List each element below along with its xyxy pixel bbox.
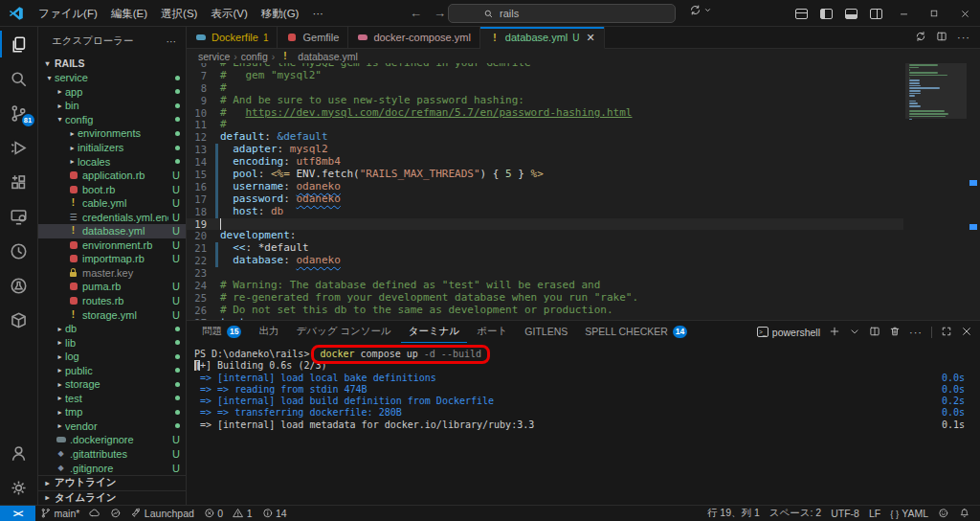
tree-item[interactable]: ▸tmp (38, 405, 186, 419)
command-center-search[interactable]: rails (448, 4, 676, 23)
tab-Dockerfile[interactable]: Dockerfile1 (187, 27, 278, 49)
code-line[interactable]: 7# gem "mysql2" (187, 70, 903, 82)
git-branch-status[interactable]: main* (35, 506, 84, 521)
section-タイムライン[interactable]: ▸タイムライン (38, 490, 186, 506)
extensions-icon[interactable] (0, 165, 38, 199)
tree-item[interactable]: ◆.gitattributesU (38, 447, 186, 462)
kill-terminal-icon[interactable] (889, 326, 901, 339)
breadcrumb-segment[interactable]: config (241, 51, 268, 62)
info-count[interactable]: 14 (257, 506, 292, 521)
close-panel-icon[interactable] (961, 326, 972, 339)
maximize-button[interactable] (919, 0, 949, 27)
tree-item[interactable]: ▸test (38, 392, 186, 406)
warning-count[interactable]: 1 (228, 506, 256, 521)
toggle-sidebar-icon[interactable] (813, 3, 838, 24)
editor-pane[interactable]: 6# Ensure the MySQL gem is defined in yo… (187, 63, 980, 320)
tree-item[interactable]: ▾service (38, 71, 186, 85)
menu-item-s[interactable]: 選択(S) (154, 8, 204, 19)
split-editor-icon[interactable] (936, 31, 947, 44)
panel-more-icon[interactable]: ··· (909, 327, 923, 338)
tree-item[interactable]: ☰credentials.yml.encU (38, 210, 186, 224)
tab-close-icon[interactable]: ✕ (587, 32, 595, 44)
tree-item[interactable]: ▸locales (38, 154, 186, 169)
publish-status[interactable] (84, 506, 105, 521)
tab-database.yml[interactable]: !database.ymlU✕ (480, 27, 605, 49)
remote-explorer-icon[interactable] (0, 199, 38, 234)
panel-tab-デバッグ コンソール[interactable]: デバッグ コンソール (288, 321, 398, 343)
close-window-button[interactable] (949, 0, 980, 27)
tree-item[interactable]: importmap.rbU (38, 252, 186, 266)
customize-layout-icon[interactable] (789, 3, 813, 24)
commit-graph-status[interactable] (105, 506, 126, 521)
open-changes-icon[interactable] (915, 31, 926, 44)
split-terminal-icon[interactable] (869, 326, 880, 339)
remote-indicator[interactable]: >< (0, 506, 35, 521)
minimap-slider[interactable] (905, 63, 967, 119)
tree-item[interactable]: master.key (38, 266, 186, 281)
source-control-icon[interactable]: 81 (0, 96, 38, 130)
tree-item[interactable]: ▸db (38, 322, 186, 336)
tree-item[interactable]: ▸public (38, 363, 186, 377)
new-terminal-icon[interactable] (829, 326, 840, 339)
breadcrumb[interactable]: service›config›!database.yml (187, 49, 980, 63)
panel-tab-SPELL CHECKER[interactable]: SPELL CHECKER14 (577, 321, 695, 343)
code-line[interactable]: 10# https://dev.mysql.com/doc/refman/5.7… (187, 107, 903, 120)
minimap[interactable] (905, 63, 967, 320)
panel-tab-出力[interactable]: 出力 (251, 321, 286, 343)
tree-item[interactable]: .dockerignoreU (38, 433, 186, 447)
tree-item[interactable]: ▾config (38, 113, 186, 127)
run-debug-icon[interactable] (0, 130, 38, 165)
code-line[interactable]: 18 host: db (187, 206, 903, 218)
tree-item[interactable]: ▸bin (38, 99, 186, 113)
tree-item[interactable]: ▸vendor (38, 419, 186, 434)
nav-forward-icon[interactable]: → (434, 6, 446, 20)
section-アウトライン[interactable]: ▸アウトライン (38, 475, 186, 490)
toggle-secondary-sidebar-icon[interactable] (863, 3, 888, 24)
code-line[interactable]: 27test: (187, 317, 903, 320)
tab-Gemfile[interactable]: Gemfile (278, 27, 348, 49)
tree-item[interactable]: !storage.ymlU (38, 307, 186, 322)
launchpad-status[interactable]: Launchpad (125, 506, 198, 521)
feedback[interactable] (933, 506, 954, 521)
panel-tab-ターミナル[interactable]: ターミナル (401, 321, 467, 343)
terminal-dropdown-icon[interactable] (849, 326, 860, 339)
eol[interactable]: LF (864, 506, 885, 521)
breadcrumb-segment[interactable]: service (198, 51, 230, 62)
tree-item[interactable]: !database.ymlU (38, 224, 186, 238)
shell-selector[interactable]: >_powershell (757, 327, 820, 338)
maximize-panel-icon[interactable] (941, 326, 952, 339)
menu-item-g[interactable]: 移動(G) (255, 8, 306, 19)
terminal[interactable]: PS D:\odaneko\rails> docker compose up -… (187, 343, 980, 505)
tree-item[interactable]: ◆.gitignoreU (38, 461, 186, 475)
panel-tab-GITLENS[interactable]: GITLENS (517, 321, 575, 343)
tree-item[interactable]: ▸environments (38, 126, 186, 141)
docker-view-icon[interactable] (0, 303, 38, 337)
tree-item[interactable]: boot.rbU (38, 182, 186, 196)
notifications[interactable] (954, 506, 975, 521)
menu-item-v[interactable]: 表示(V) (204, 8, 254, 19)
error-count[interactable]: 0 (199, 506, 228, 521)
workspace-root-row[interactable]: ▾ RAILS (38, 56, 186, 71)
breadcrumb-file[interactable]: database.yml (298, 51, 357, 62)
tree-item[interactable]: ▸lib (38, 335, 186, 350)
gitlens-icon[interactable] (0, 234, 38, 268)
language-mode[interactable]: { }YAML (885, 506, 933, 521)
toggle-panel-icon[interactable] (838, 3, 863, 24)
settings-gear-icon[interactable] (0, 470, 38, 505)
tree-item[interactable]: ▸log (38, 350, 186, 364)
tree-item[interactable]: ▸app (38, 85, 186, 100)
tree-item[interactable]: application.rbU (38, 169, 186, 183)
indentation[interactable]: スペース: 2 (765, 506, 826, 521)
more-actions-icon[interactable]: ··· (957, 32, 970, 43)
tree-item[interactable]: puma.rbU (38, 280, 186, 294)
menu-item-e[interactable]: 編集(E) (104, 8, 154, 19)
tree-item[interactable]: routes.rbU (38, 294, 186, 308)
menu-item-[interactable]: ··· (305, 8, 330, 19)
code-line[interactable]: 22 database: odaneko (187, 255, 903, 267)
encoding[interactable]: UTF-8 (826, 506, 864, 521)
panel-tab-ポート[interactable]: ポート (469, 321, 515, 343)
code-line[interactable]: 26# Do not set this db to the same as de… (187, 305, 903, 317)
menu-item-f[interactable]: ファイル(F) (32, 8, 104, 19)
panel-tab-問題[interactable]: 問題15 (194, 321, 249, 343)
tab-docker-compose.yml[interactable]: docker-compose.yml (348, 27, 479, 49)
